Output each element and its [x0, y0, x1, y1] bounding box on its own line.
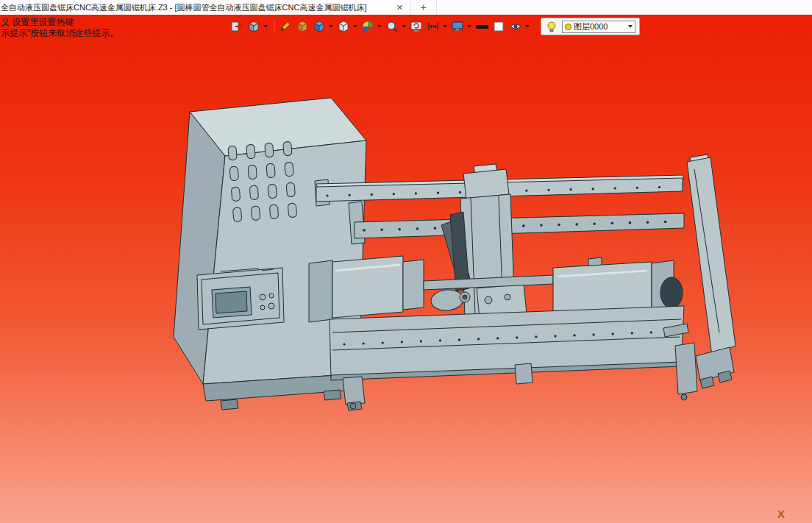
- hint-text: 义 设置里设置热键 示提示"按钮来取消这些提示。: [1, 17, 118, 39]
- zoom-icon[interactable]: [385, 20, 399, 33]
- tab-close-icon[interactable]: ✕: [393, 3, 407, 13]
- blue-cube-dropdown[interactable]: [329, 25, 333, 28]
- fit-window-icon[interactable]: [427, 20, 440, 33]
- new-tab-button[interactable]: +: [410, 0, 437, 15]
- pencil-icon[interactable]: [279, 20, 292, 33]
- monitor-dropdown[interactable]: [467, 25, 471, 28]
- axis-x-label: X: [777, 508, 785, 520]
- document-tab[interactable]: 全自动液压圆盘锯床CNC高速金属圆锯机床.Z3 - [圆棒圆管全自动液压圆盘锯床…: [0, 0, 410, 15]
- exit-icon[interactable]: [230, 20, 243, 33]
- machine-bed[interactable]: [330, 306, 697, 410]
- background-color-icon[interactable]: [492, 20, 505, 33]
- hint-line-2: 示提示"按钮来取消这些提示。: [1, 28, 118, 39]
- view-cube-icon[interactable]: [247, 20, 260, 33]
- layer-select-dropdown-icon: [628, 25, 633, 28]
- lightbulb-icon[interactable]: [545, 20, 558, 33]
- toolbar-separator: [273, 21, 274, 32]
- view-toolbar: 图层0000: [230, 18, 640, 35]
- layer-group: 图层0000: [541, 18, 640, 35]
- document-tab-title: 全自动液压圆盘锯床CNC高速金属圆锯机床.Z3 - [圆棒圆管全自动液压圆盘锯床…: [1, 2, 393, 13]
- white-cube-dropdown[interactable]: [353, 25, 357, 28]
- cad-viewport[interactable]: 义 设置里设置热键 示提示"按钮来取消这些提示。: [0, 15, 812, 523]
- color-wheel-icon[interactable]: [361, 20, 374, 33]
- zoom-dropdown[interactable]: [402, 25, 406, 28]
- view-cube-dropdown[interactable]: [263, 25, 268, 28]
- hint-line-1: 义 设置里设置热键: [1, 17, 118, 28]
- screen-refresh-icon[interactable]: [410, 20, 423, 33]
- layer-select[interactable]: 图层0000: [562, 21, 635, 33]
- white-cube-icon[interactable]: [337, 20, 350, 33]
- machine-model[interactable]: [0, 15, 812, 523]
- monitor-icon[interactable]: [451, 20, 464, 33]
- layer-select-value: 图层0000: [574, 21, 628, 32]
- fit-window-dropdown[interactable]: [443, 25, 447, 28]
- color-wheel-dropdown[interactable]: [377, 25, 382, 28]
- control-panel: [197, 268, 284, 330]
- eye-icon[interactable]: [509, 20, 522, 33]
- line-width-icon[interactable]: [475, 20, 488, 33]
- layer-color-icon: [565, 24, 571, 30]
- tab-bar: 全自动液压圆盘锯床CNC高速金属圆锯机床.Z3 - [圆棒圆管全自动液压圆盘锯床…: [0, 0, 812, 15]
- blue-cube-icon[interactable]: [313, 20, 326, 33]
- eye-dropdown[interactable]: [525, 25, 530, 28]
- app-window: 全自动液压圆盘锯床CNC高速金属圆锯机床.Z3 - [圆棒圆管全自动液压圆盘锯床…: [0, 0, 812, 523]
- shaded-cube-icon[interactable]: [296, 20, 309, 33]
